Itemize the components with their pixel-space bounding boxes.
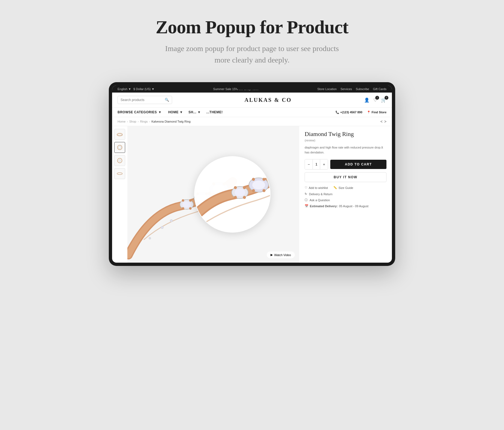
svg-point-38 — [252, 178, 255, 181]
play-icon: ▶ — [271, 253, 273, 257]
product-layout: ▶ Watch Video Diamond Twig Ring (review)… — [112, 126, 392, 263]
hero-subtitle: Image zoom popup for product page to use… — [157, 43, 347, 66]
breadcrumb-current: Kalvesna Diamond Twig Ring — [151, 120, 190, 123]
size-guide-button[interactable]: 📏 Size Guide — [333, 186, 353, 189]
find-store-button[interactable]: 📍 Find Store — [367, 111, 386, 114]
wishlist-icon[interactable]: ♡ 2 — [373, 97, 377, 103]
promo-bar: Summer Sale 15% off! Shop Now! — [154, 87, 317, 91]
svg-point-2 — [118, 145, 122, 150]
add-to-cart-button[interactable]: ADD TO CART — [330, 160, 386, 169]
breadcrumb-shop[interactable]: Shop — [129, 120, 136, 123]
svg-point-3 — [118, 146, 121, 149]
estimated-delivery-item: 📅 Estimated Delivery: 05 August - 09 Aug… — [305, 204, 386, 208]
breadcrumb-sep-3: › — [149, 120, 150, 123]
calendar-icon: 📅 — [305, 204, 308, 208]
ruler-icon: 📏 — [333, 186, 337, 189]
breadcrumb-sep-2: › — [138, 120, 139, 123]
svg-point-15 — [182, 207, 184, 210]
browse-chevron-icon: ▼ — [158, 110, 161, 114]
search-input[interactable] — [121, 98, 163, 102]
breadcrumb-rings[interactable]: Rings — [140, 120, 148, 123]
language-chevron-icon: ▼ — [128, 87, 131, 91]
phone-icon: 📞 — [335, 111, 339, 114]
qty-value: 1 — [313, 159, 320, 169]
services-link[interactable]: Services — [340, 87, 352, 91]
nav-shop[interactable]: SH... ▼ — [188, 110, 201, 114]
svg-point-6 — [117, 173, 122, 175]
nav-theme[interactable]: ...THEME! — [206, 110, 223, 114]
svg-point-4 — [118, 158, 122, 163]
language-label: English — [118, 87, 127, 91]
qty-decrease-button[interactable]: − — [305, 159, 313, 169]
svg-point-31 — [252, 180, 265, 189]
device-screen: English ▼ $ Dollar (US) ▼ Summer Sale 15… — [112, 85, 392, 263]
svg-point-25 — [161, 226, 163, 229]
zoom-circle — [194, 156, 271, 233]
svg-point-32 — [268, 165, 270, 182]
svg-point-37 — [243, 196, 246, 199]
search-icon: 🔍 — [165, 98, 169, 102]
search-box[interactable]: 🔍 — [118, 96, 172, 104]
cart-icon[interactable]: 🛒 0 — [381, 97, 386, 103]
logo: ALUKAS & CO — [175, 97, 361, 103]
wishlist-badge: 2 — [375, 96, 379, 100]
watch-video-button[interactable]: ▶ Watch Video — [267, 251, 295, 258]
prev-product-icon[interactable]: < — [380, 119, 383, 124]
product-title: Diamond Twig Ring — [305, 131, 386, 138]
currency-label: $ Dollar (US) — [133, 87, 151, 91]
ask-question-item[interactable]: ⓘ Ask a Question — [305, 198, 386, 202]
svg-point-39 — [262, 178, 265, 181]
thumbnail-3[interactable] — [114, 155, 125, 166]
header: 🔍 ALUKAS & CO 👤 ♡ 2 🛒 0 — [112, 93, 392, 108]
breadcrumb-home[interactable]: Home — [118, 120, 125, 123]
phone-text: +(123) 4567 890 — [340, 111, 362, 114]
svg-point-16 — [189, 207, 192, 210]
delivery-return-item[interactable]: ↻ Delivery & Return — [305, 192, 386, 196]
breadcrumb-sep-1: › — [127, 120, 128, 123]
thumbnail-list — [112, 126, 127, 263]
svg-point-14 — [189, 199, 192, 202]
gift-cards-link[interactable]: Gift Cards — [373, 87, 386, 91]
main-image-area: ▶ Watch Video — [127, 126, 299, 263]
watch-video-label: Watch Video — [274, 253, 291, 257]
language-selector[interactable]: English ▼ — [118, 87, 131, 91]
phone-number: 📞 +(123) 4567 890 — [335, 111, 362, 114]
next-product-icon[interactable]: > — [384, 119, 386, 124]
qty-increase-button[interactable]: + — [320, 159, 328, 169]
store-location-link[interactable]: Store Location — [317, 87, 337, 91]
svg-point-8 — [182, 201, 191, 208]
estimated-label: Estimated Delivery: — [310, 204, 338, 208]
thumbnail-4[interactable] — [114, 168, 125, 179]
svg-point-29 — [235, 189, 245, 196]
hero-title: Zoom Popup for Product — [156, 16, 349, 38]
cart-badge: 0 — [385, 96, 388, 100]
estimated-dates: 05 August - 09 August — [339, 204, 368, 208]
currency-chevron-icon: ▼ — [152, 87, 155, 91]
thumbnail-1[interactable] — [114, 129, 125, 140]
currency-selector[interactable]: $ Dollar (US) ▼ — [133, 87, 154, 91]
browse-label: BROWSE CATEGORIES — [118, 110, 157, 114]
account-icon[interactable]: 👤 — [364, 97, 370, 103]
wishlist-label: Add to wishlist — [309, 186, 328, 189]
location-icon: 📍 — [367, 111, 371, 114]
subscribe-link[interactable]: Subscribe — [356, 87, 369, 91]
delivery-label: Delivery & Return — [309, 192, 332, 196]
svg-point-41 — [262, 189, 265, 192]
buy-now-button[interactable]: BUY IT NOW — [305, 172, 386, 182]
delivery-icon: ↻ — [305, 192, 307, 196]
nav-home[interactable]: HOME ▼ — [168, 110, 183, 114]
svg-point-13 — [182, 199, 184, 202]
product-info: Diamond Twig Ring (review) diaphragm and… — [299, 126, 392, 263]
quantity-stepper[interactable]: − 1 + — [305, 159, 328, 170]
svg-point-27 — [149, 237, 151, 239]
device-frame: English ▼ $ Dollar (US) ▼ Summer Sale 15… — [109, 82, 395, 266]
thumbnail-2[interactable] — [114, 142, 125, 153]
heart-icon: ♡ — [305, 186, 307, 189]
svg-point-26 — [170, 220, 173, 222]
add-to-wishlist-button[interactable]: ♡ Add to wishlist — [305, 186, 328, 189]
device-notch — [236, 82, 268, 90]
ask-question-label: Ask a Question — [310, 198, 330, 202]
browse-categories-button[interactable]: BROWSE CATEGORIES ▼ — [118, 110, 162, 114]
svg-point-35 — [243, 186, 246, 189]
product-description: diaphragm and high flow rate with reduce… — [305, 145, 386, 155]
